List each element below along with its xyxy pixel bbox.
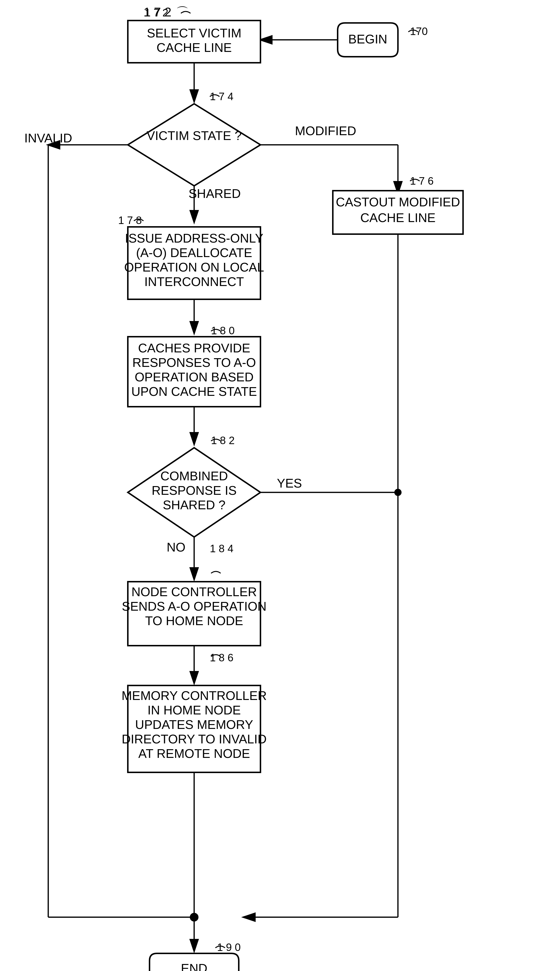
ref-180: 1 8 0 [211,325,235,336]
ref-190: 1 9 0 [217,941,241,953]
dot-yes-junction [394,489,402,496]
label-no: NO [167,540,185,554]
ref-172-curl: 1 7 2 [143,5,172,19]
victim-state-diamond [128,104,260,186]
node-ctrl-line2: SENDS A-O OPERATION [122,599,267,613]
issue-line2: (A-O) DEALLOCATE [136,246,252,260]
label-shared: SHARED [188,187,241,201]
label-yes: YES [277,476,302,490]
memory-ctrl-line5: AT REMOTE NODE [138,747,250,760]
begin-label: BEGIN [348,32,387,46]
label-modified: MODIFIED [295,124,356,138]
ref-186: 1 8 6 [210,652,233,663]
curl-184 [211,572,221,573]
issue-line3: OPERATION ON LOCAL [124,260,264,274]
end-label: END [181,961,207,971]
caches-line3: OPERATION BASED [135,370,253,384]
combined-line1: COMBINED [160,469,228,483]
combined-line2: RESPONSE IS [152,483,237,498]
caches-line1: CACHES PROVIDE [138,341,250,355]
issue-line4: INTERCONNECT [144,275,244,289]
caches-line2: RESPONSES TO A-O [132,356,256,369]
select-victim-line1: SELECT VICTIM [147,26,242,40]
flowchart-diagram: 170 BEGIN 1 7 2 ⌒ SELECT VICTIM CACHE LI… [0,0,560,971]
ref-170: 170 [410,25,428,37]
ref-176: 1 7 6 [410,175,433,187]
issue-line1: ISSUE ADDRESS-ONLY [125,231,263,245]
ref-182: 1 8 2 [211,435,235,446]
caches-line4: UPON CACHE STATE [131,384,257,398]
memory-ctrl-line3: UPDATES MEMORY [135,717,253,732]
label-invalid: INVALID [24,131,72,145]
ref-184: 1 8 4 [210,543,233,555]
memory-ctrl-line1: MEMORY CONTROLLER [122,689,267,703]
memory-ctrl-line2: IN HOME NODE [147,703,241,717]
select-victim-line2: CACHE LINE [157,40,232,55]
castout-line2: CACHE LINE [360,211,435,225]
node-ctrl-line3: TO HOME NODE [145,614,243,628]
ref-174: 1 7 4 [210,90,233,102]
combined-line3: SHARED ? [163,498,225,512]
node-ctrl-line1: NODE CONTROLLER [132,585,257,599]
castout-line1: CASTOUT MODIFIED [336,195,460,209]
ref-178: 1 7 8 [118,214,142,226]
victim-state-line1: VICTIM STATE ? [147,129,242,143]
memory-ctrl-line4: DIRECTORY TO INVALID [122,732,267,746]
